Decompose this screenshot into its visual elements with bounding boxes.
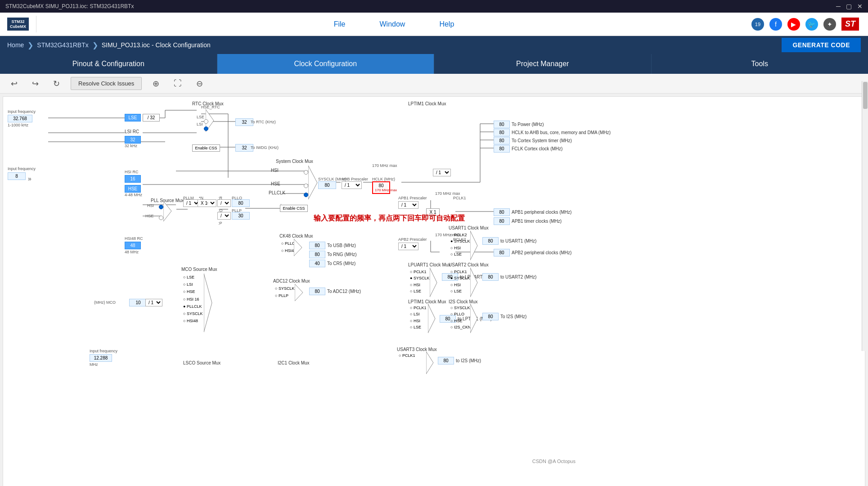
- output-hclk-val[interactable]: 80: [494, 129, 510, 136]
- pll-src-radio-hsi[interactable]: [159, 205, 163, 209]
- output-cortex-timer: 80 To Cortex System timer (MHz): [494, 137, 572, 144]
- title-bar: STM32CubeMX SIMU_POJ13.ioc: STM32G431RBT…: [0, 0, 868, 13]
- undo-button[interactable]: ↩: [7, 77, 21, 90]
- ck48-rng-label: To RNG (MHz): [327, 252, 357, 257]
- output-fclk-val[interactable]: 80: [494, 145, 510, 153]
- maximize-button[interactable]: ▢: [846, 3, 852, 10]
- freq-32khz: 32 kHz: [125, 144, 137, 148]
- lsi-box[interactable]: 32: [125, 136, 141, 144]
- lsi-mux-label: LSI: [197, 122, 203, 126]
- zoom-in-button[interactable]: ⊕: [149, 77, 163, 90]
- resolve-clock-button[interactable]: Resolve Clock Issues: [71, 77, 142, 90]
- tab-clock[interactable]: Clock Configuration: [217, 54, 435, 74]
- usart1-label-out: to USART1 (MHz): [500, 238, 536, 243]
- breadcrumb-board[interactable]: STM32G431RBTx: [37, 41, 88, 49]
- fit-button[interactable]: ⛶: [170, 77, 185, 90]
- div32-box[interactable]: / 32: [143, 114, 160, 122]
- ck48-cr5-val[interactable]: 40: [309, 260, 325, 267]
- twitter-icon[interactable]: 🐦: [805, 18, 818, 31]
- sys-mux-radio-hse[interactable]: [304, 184, 308, 188]
- rtc-mux-radio-lse[interactable]: [204, 119, 208, 124]
- ck48-mux-shape: [294, 239, 303, 256]
- i2s-val[interactable]: 80: [482, 313, 499, 320]
- ck48-rng-val[interactable]: 80: [309, 251, 325, 258]
- hsi-sig-label: HSI: [271, 168, 279, 173]
- mco-out-box[interactable]: 10: [129, 299, 147, 306]
- usart1-mux-shape: [470, 231, 478, 260]
- output-power: 80 To Power (MHz): [494, 121, 544, 128]
- output-hclk-ahb: 80 HCLK to AHB bus, core, memory and DMA…: [494, 129, 611, 136]
- breadcrumb-project: SIMU_POJ13.ioc - Clock Configuration: [102, 41, 211, 49]
- lptim1-options: ○ PCLK1 ○ LSI ○ HSI ○ LSE: [410, 305, 426, 331]
- refresh-button[interactable]: ↻: [49, 77, 63, 90]
- divR-select[interactable]: / 2/ 4: [217, 199, 231, 207]
- output-apb1-timer-val[interactable]: 80: [494, 217, 510, 225]
- enable-css-box-2[interactable]: Enable CSS: [280, 205, 308, 212]
- divQ-select[interactable]: / 2/ 4: [217, 212, 231, 220]
- pllp-val-box[interactable]: 30: [232, 212, 250, 220]
- adc12-val[interactable]: 80: [309, 288, 325, 295]
- file-menu[interactable]: File: [330, 18, 349, 30]
- watermark: CSDN @A Octopus: [532, 459, 576, 464]
- tab-tools[interactable]: Tools: [652, 54, 868, 74]
- mco-div-select[interactable]: / 1/ 2: [145, 299, 162, 306]
- close-button[interactable]: ✕: [857, 3, 863, 10]
- input-freq-box-3[interactable]: 12.288: [90, 354, 112, 362]
- minimize-button[interactable]: ─: [836, 3, 841, 10]
- output-power-val[interactable]: 80: [494, 121, 510, 128]
- output-apb1-periph: 80 APB1 peripheral clocks (MHz): [494, 208, 571, 216]
- pclk1-label: PCLK1: [453, 196, 466, 200]
- breadcrumb-home[interactable]: Home: [7, 41, 24, 49]
- cortex-div-select[interactable]: / 1: [433, 169, 451, 176]
- input-freq-box-2[interactable]: 8: [8, 172, 26, 180]
- hsi48-box[interactable]: 48: [125, 242, 141, 249]
- rtc-mux-radio-lsi[interactable]: [204, 126, 208, 131]
- apb1-prescaler-select[interactable]: / 1/ 2: [398, 201, 418, 209]
- input-freq-box-1[interactable]: 32.768: [8, 115, 32, 122]
- help-menu[interactable]: Help: [436, 18, 458, 30]
- window-controls: ─ ▢ ✕: [836, 3, 863, 10]
- redo-button[interactable]: ↪: [28, 77, 42, 90]
- svg-marker-45: [204, 274, 212, 332]
- svg-marker-49: [430, 268, 437, 297]
- hclk-box[interactable]: 80 170 MHz max: [372, 181, 390, 194]
- zoom-out-button[interactable]: ⊖: [193, 77, 207, 90]
- usart2-options: ○ PCLK1 ● SYSCLK ○ HSI ○ LSE: [450, 269, 470, 295]
- youtube-icon[interactable]: ▶: [787, 18, 800, 31]
- svg-marker-47: [295, 284, 303, 301]
- generate-code-button[interactable]: GENERATE CODE: [782, 38, 861, 52]
- sysclk-box[interactable]: 80: [318, 181, 336, 189]
- usart3-val[interactable]: 80: [438, 357, 454, 364]
- mco-out-label: (MHz) MCO: [94, 300, 116, 305]
- output-apb1-periph-val[interactable]: 80: [494, 208, 510, 216]
- vertical-scrollbar[interactable]: [862, 81, 868, 351]
- hse-box[interactable]: HSE: [125, 185, 141, 193]
- plln-select[interactable]: X 10X 8: [198, 199, 216, 207]
- usart2-mux-label: USART2 Clock Mux: [449, 262, 489, 267]
- tab-pinout[interactable]: Pinout & Configuration: [0, 54, 217, 74]
- sys-mux-radio-hsi[interactable]: [304, 170, 308, 175]
- facebook-icon[interactable]: f: [769, 18, 782, 31]
- output-apb2-periph-val[interactable]: 80: [494, 249, 510, 256]
- ck48-usb-val[interactable]: 80: [309, 242, 325, 249]
- apb2-prescaler-select[interactable]: / 1/ 2: [398, 243, 418, 250]
- input-freq-label-3: Input frequency: [90, 349, 117, 353]
- usart1-val[interactable]: 80: [482, 237, 499, 245]
- tab-project[interactable]: Project Manager: [434, 54, 652, 74]
- enable-css-box-1[interactable]: Enable CSS: [192, 144, 220, 152]
- pll-src-radio-hse[interactable]: [159, 216, 163, 220]
- output-cortex-label: To Cortex System timer (MHz): [512, 138, 572, 143]
- window-menu[interactable]: Window: [376, 18, 409, 30]
- usart2-val[interactable]: 80: [482, 273, 499, 281]
- hsi-rc-box[interactable]: 16: [125, 175, 141, 183]
- sys-mux-radio-pll[interactable]: [304, 193, 308, 197]
- output-power-label: To Power (MHz): [512, 122, 544, 127]
- ahb-prescaler-select[interactable]: / 1/ 2/ 4: [342, 181, 362, 189]
- output-cortex-val[interactable]: 80: [494, 137, 510, 144]
- pll-src-hse: HSE: [145, 214, 154, 218]
- update-icon[interactable]: 19: [751, 18, 764, 31]
- network-icon[interactable]: ✦: [823, 18, 836, 31]
- scrollbar-thumb[interactable]: [863, 82, 868, 109]
- lse-box[interactable]: LSE: [125, 114, 141, 122]
- mco-options: ○ LSE ○ LSI ○ HSE ○ HSI 16 ● PLLCLK ○ SY…: [183, 274, 202, 324]
